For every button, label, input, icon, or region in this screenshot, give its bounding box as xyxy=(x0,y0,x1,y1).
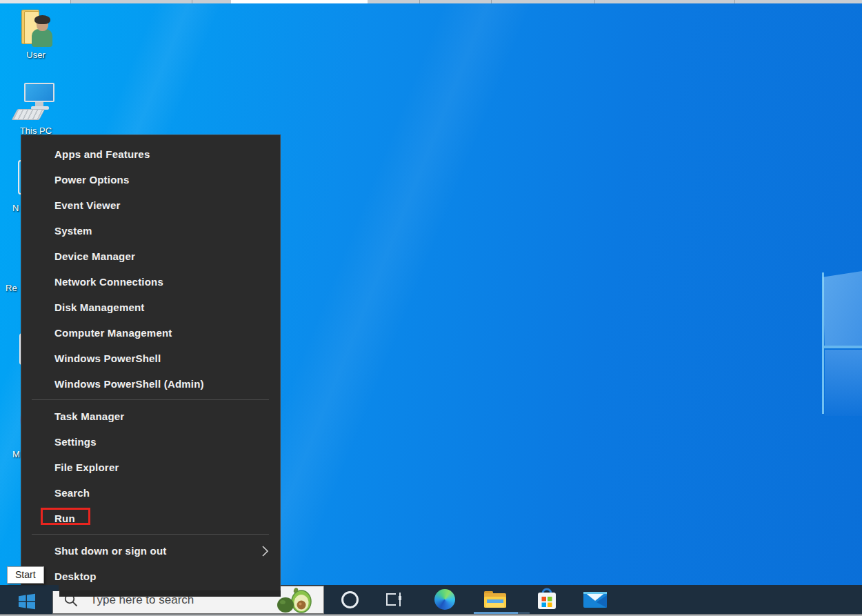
submenu-chevron-icon xyxy=(261,545,269,557)
wallpaper-window-logo-pane xyxy=(823,271,862,346)
menu-separator xyxy=(32,534,269,535)
menu-item-shut-down-or-sign-out[interactable]: Shut down or sign out xyxy=(21,538,280,564)
menu-item-disk-management[interactable]: Disk Management xyxy=(21,295,280,320)
taskbar-file-explorer-button[interactable] xyxy=(479,585,512,614)
desktop-icon-label: User xyxy=(5,50,67,60)
taskbar-mail-button[interactable] xyxy=(579,585,612,614)
start-button[interactable] xyxy=(12,590,42,613)
menu-item-search[interactable]: Search xyxy=(21,480,280,506)
menu-item-system[interactable]: System xyxy=(21,218,280,244)
menu-item-windows-powershell-admin[interactable]: Windows PowerShell (Admin) xyxy=(21,371,280,397)
menu-item-computer-management[interactable]: Computer Management xyxy=(21,320,280,346)
taskbar-store-button[interactable] xyxy=(530,585,563,614)
menu-item-windows-powershell[interactable]: Windows PowerShell xyxy=(21,346,280,371)
desktop-icon-user[interactable]: User xyxy=(5,10,67,60)
task-view-icon xyxy=(384,590,403,608)
this-pc-icon xyxy=(5,81,67,124)
wallpaper-window-logo-pane xyxy=(825,350,862,416)
start-tooltip-text: Start xyxy=(15,569,36,580)
taskbar-edge-patch xyxy=(21,585,59,591)
file-explorer-icon xyxy=(483,589,508,610)
menu-separator xyxy=(32,399,269,400)
cortana-icon xyxy=(341,591,359,608)
menu-item-settings[interactable]: Settings xyxy=(21,429,280,455)
user-folder-icon xyxy=(5,10,67,48)
menu-item-apps-and-features[interactable]: Apps and Features xyxy=(21,141,280,167)
wallpaper-logo-divider xyxy=(824,346,862,348)
start-tooltip: Start xyxy=(7,566,44,584)
menu-item-network-connections[interactable]: Network Connections xyxy=(21,269,280,295)
mail-icon xyxy=(583,589,608,610)
start-icon xyxy=(18,593,36,610)
edge-icon xyxy=(434,589,455,610)
browser-tab-active xyxy=(231,0,368,3)
menu-item-event-viewer[interactable]: Event Viewer xyxy=(21,192,280,218)
menu-item-task-manager[interactable]: Task Manager xyxy=(21,404,280,429)
windows-desktop: User This PC N Re M xyxy=(0,0,862,616)
winx-context-menu: Apps and Features Power Options Event Vi… xyxy=(21,135,281,591)
browser-tab xyxy=(0,0,71,3)
menu-item-run[interactable]: Run xyxy=(21,506,280,531)
taskbar-task-view-button[interactable] xyxy=(377,585,410,614)
taskbar-cortana-button[interactable] xyxy=(333,585,366,614)
desktop-icon-this-pc[interactable]: This PC xyxy=(5,81,67,136)
store-icon xyxy=(536,587,558,612)
search-highlight-avocado-icon[interactable] xyxy=(275,586,314,614)
menu-item-desktop[interactable]: Desktop xyxy=(21,564,280,589)
browser-tab-strip xyxy=(0,0,862,3)
menu-item-file-explorer[interactable]: File Explorer xyxy=(21,455,280,480)
wallpaper-logo-divider xyxy=(822,272,824,414)
menu-item-device-manager[interactable]: Device Manager xyxy=(21,244,280,269)
menu-item-power-options[interactable]: Power Options xyxy=(21,167,280,192)
taskbar-edge-button[interactable] xyxy=(428,585,461,614)
